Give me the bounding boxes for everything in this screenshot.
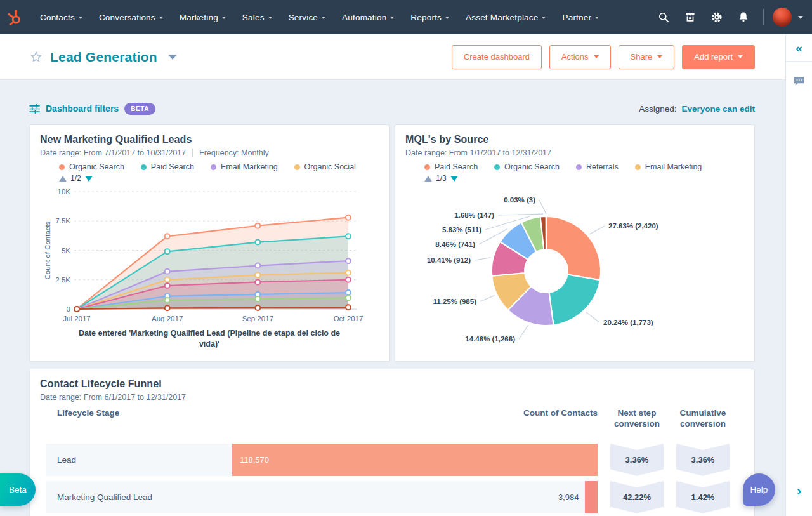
dashboard-switcher-caret-icon[interactable] bbox=[168, 55, 177, 60]
notifications-icon[interactable] bbox=[733, 6, 754, 28]
header-actions: Create dashboardActionsShareAdd report bbox=[452, 45, 755, 69]
data-point[interactable] bbox=[346, 305, 351, 310]
label-leader-line bbox=[590, 226, 605, 234]
legend-label: Referrals bbox=[586, 162, 619, 171]
funnel-bar[interactable]: 118,570 bbox=[232, 444, 598, 476]
donut-slice[interactable] bbox=[549, 275, 600, 326]
dashboard-filters-button[interactable]: Dashboard filters BETA bbox=[29, 103, 155, 115]
label-leader-line bbox=[539, 200, 546, 214]
nav-item-automation[interactable]: Automation bbox=[334, 0, 402, 34]
data-point[interactable] bbox=[255, 296, 260, 301]
report-title[interactable]: New Marketing Qualified Leads bbox=[40, 134, 379, 145]
collapse-rail-button[interactable]: « bbox=[786, 34, 812, 62]
chevron-down-icon bbox=[322, 17, 325, 19]
data-point[interactable] bbox=[255, 305, 260, 310]
nav-item-partner[interactable]: Partner bbox=[554, 0, 607, 34]
legend-page-down-icon[interactable] bbox=[85, 176, 93, 182]
slice-label: 1.68% (147) bbox=[454, 211, 494, 219]
data-point[interactable] bbox=[255, 240, 260, 245]
x-tick-label: Jul 2017 bbox=[63, 315, 90, 322]
legend-item-email-marketing[interactable]: Email Marketing bbox=[635, 162, 702, 171]
nav-item-reports[interactable]: Reports bbox=[402, 0, 457, 34]
expand-chevron-icon[interactable]: › bbox=[797, 483, 801, 499]
count-value: 118,570 bbox=[240, 455, 269, 465]
create-dashboard-button[interactable]: Create dashboard bbox=[452, 45, 542, 69]
y-tick-label: 10K bbox=[58, 188, 71, 195]
search-icon[interactable] bbox=[653, 6, 674, 28]
page-title[interactable]: Lead Generation bbox=[50, 50, 157, 65]
data-point[interactable] bbox=[255, 223, 260, 228]
chart-legend: Organic SearchPaid SearchEmail Marketing… bbox=[59, 162, 379, 171]
slice-label: 5.83% (511) bbox=[442, 226, 481, 234]
data-point[interactable] bbox=[165, 249, 170, 254]
funnel-header-row: Lifecycle Stage Count of Contacts Next s… bbox=[46, 408, 744, 430]
data-point[interactable] bbox=[255, 272, 260, 277]
data-point[interactable] bbox=[346, 258, 351, 263]
legend-label: Paid Search bbox=[151, 162, 194, 171]
legend-item-organic-search[interactable]: Organic Search bbox=[59, 162, 124, 171]
nav-item-marketing[interactable]: Marketing bbox=[171, 0, 234, 34]
share-button[interactable]: Share bbox=[619, 45, 675, 69]
nav-item-label: Automation bbox=[342, 13, 386, 22]
stage-label: Marketing Qualified Lead bbox=[57, 493, 232, 502]
data-point[interactable] bbox=[255, 279, 260, 284]
data-point[interactable] bbox=[165, 234, 170, 239]
nav-item-sales[interactable]: Sales bbox=[234, 0, 280, 34]
data-point[interactable] bbox=[346, 234, 351, 239]
hubspot-logo-icon[interactable] bbox=[0, 0, 28, 34]
legend-item-referrals[interactable]: Referrals bbox=[576, 162, 619, 171]
legend-page-up-icon[interactable] bbox=[59, 176, 67, 182]
legend-item-paid-search[interactable]: Paid Search bbox=[424, 162, 478, 171]
nav-item-contacts[interactable]: Contacts bbox=[32, 0, 91, 34]
data-point[interactable] bbox=[346, 277, 351, 282]
actions-button[interactable]: Actions bbox=[549, 45, 611, 69]
assigned-value-link[interactable]: Everyone can edit bbox=[681, 104, 755, 114]
donut-chart[interactable]: 27.63% (2,420)20.24% (1,773)14.46% (1,26… bbox=[405, 184, 745, 350]
legend-page-down-icon[interactable] bbox=[450, 176, 458, 182]
data-point[interactable] bbox=[165, 305, 170, 310]
donut-slice[interactable] bbox=[546, 216, 601, 280]
data-point[interactable] bbox=[165, 298, 170, 303]
y-tick-label: 5K bbox=[62, 247, 70, 255]
marketplace-icon[interactable] bbox=[679, 6, 701, 28]
account-chevron-down-icon[interactable] bbox=[798, 16, 803, 19]
data-point[interactable] bbox=[165, 283, 170, 288]
report-title[interactable]: MQL's by Source bbox=[405, 134, 744, 145]
funnel-row-lead: Lead118,5703.36%3.36% bbox=[46, 444, 744, 476]
data-point[interactable] bbox=[165, 277, 170, 282]
nav-item-conversations[interactable]: Conversations bbox=[91, 0, 171, 34]
subtitle-divider bbox=[192, 149, 193, 157]
legend-item-paid-search[interactable]: Paid Search bbox=[141, 162, 194, 171]
legend-item-organic-social[interactable]: Organic Social bbox=[294, 162, 356, 171]
avatar[interactable] bbox=[773, 8, 792, 27]
legend-item-email-marketing[interactable]: Email Marketing bbox=[211, 162, 278, 171]
data-point[interactable] bbox=[346, 270, 351, 275]
x-tick-label: Sep 2017 bbox=[242, 315, 273, 322]
data-point[interactable] bbox=[255, 263, 260, 268]
data-point[interactable] bbox=[165, 269, 170, 274]
slice-label: 0.03% (3) bbox=[504, 196, 535, 204]
nav-item-asset-marketplace[interactable]: Asset Marketplace bbox=[457, 0, 554, 34]
area-line-chart[interactable]: 10K7.5K5K2.5K0Count of ContactsJul 2017A… bbox=[40, 184, 380, 327]
settings-icon[interactable] bbox=[706, 6, 728, 28]
nav-item-service[interactable]: Service bbox=[280, 0, 334, 34]
legend-item-organic-search[interactable]: Organic Search bbox=[494, 162, 560, 171]
chevron-down-icon bbox=[159, 17, 163, 19]
help-button[interactable]: Help bbox=[743, 473, 775, 506]
sprocket-icon bbox=[6, 9, 23, 26]
add-report-button[interactable]: Add report bbox=[682, 45, 755, 69]
comments-icon[interactable] bbox=[793, 76, 805, 86]
report-title[interactable]: Contact Lifecycle Funnel bbox=[40, 378, 744, 390]
chevron-down-icon bbox=[595, 17, 599, 19]
data-point[interactable] bbox=[346, 290, 351, 295]
data-point[interactable] bbox=[346, 215, 351, 220]
data-point[interactable] bbox=[74, 307, 79, 312]
favorite-star-icon[interactable] bbox=[29, 50, 43, 64]
beta-pill-button[interactable]: Beta bbox=[0, 473, 36, 506]
legend-page-up-icon[interactable] bbox=[424, 176, 432, 182]
data-point[interactable] bbox=[346, 295, 351, 300]
nav-item-label: Partner bbox=[562, 13, 591, 22]
bar-track: 118,570 bbox=[232, 444, 598, 476]
report-cards-row: New Marketing Qualified Leads Date range… bbox=[29, 124, 755, 362]
funnel-bar[interactable] bbox=[585, 481, 598, 513]
